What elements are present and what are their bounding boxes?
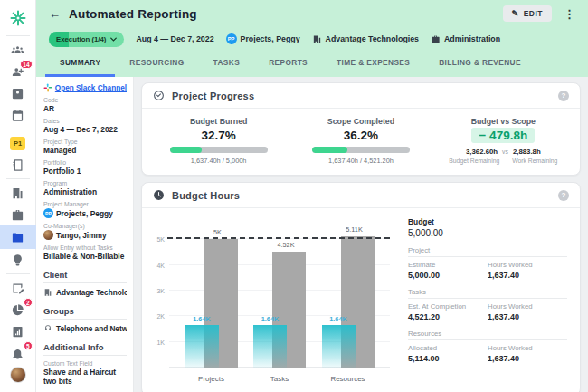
total-bar-label: 5K (198, 228, 238, 236)
tab-time-expenses[interactable]: TIME & EXPENSES (322, 51, 424, 77)
sidebar-item-notebook[interactable] (0, 154, 36, 176)
sidebar-item-companies[interactable] (0, 182, 36, 204)
sidebar-item-analytics[interactable] (0, 320, 36, 342)
sidebar-item-portfolio[interactable]: P1 (0, 132, 36, 154)
program-name: Administration (444, 34, 500, 43)
budget-chart-plot: 5K1.64KProjects4.52K1.64KTasks5.11K1.64K… (169, 226, 390, 368)
sidebar-item-timesheets[interactable] (0, 277, 36, 299)
budget-remaining-caption: Budget Remaining (449, 158, 499, 164)
progress-bar (312, 147, 410, 153)
open-slack-channel-link[interactable]: Open Slack Channel (55, 84, 127, 92)
progress-bar (170, 147, 268, 153)
field-co-managers: Co-Manager(s) Tango, Jimmy (43, 223, 127, 240)
help-icon[interactable]: ? (558, 91, 569, 101)
tab-tasks[interactable]: TASKS (199, 51, 255, 77)
sidebar-item-profile[interactable] (0, 364, 36, 386)
budget-chart: 5K1.64KProjects4.52K1.64KTasks5.11K1.64K… (147, 214, 394, 387)
stat-label: Allocated (408, 344, 488, 352)
tab-reports[interactable]: REPORTS (254, 51, 322, 77)
field-value: Projects, Peggy (56, 209, 113, 218)
stage-dropdown[interactable]: Execution (1/4) (49, 32, 124, 47)
hours-worked-bar-label: 1.64K (322, 315, 356, 323)
budget-burned-metric: Budget Burned 32.7% 1,637.40h / 5,000h (147, 117, 289, 165)
work-remaining-value: 2,883.8h (513, 148, 541, 156)
global-sidebar: 14 P1 2 (0, 0, 36, 392)
chart-category-label: Resources (322, 375, 375, 383)
bell-icon (11, 347, 24, 360)
stat-value: 1,637.40 (488, 354, 567, 363)
group-item[interactable]: Telephone and Network... (43, 324, 127, 333)
stats-section-title: Resources (408, 330, 567, 340)
contacts-badge: 14 (20, 60, 32, 69)
chart-ytick-label: 2K (147, 313, 165, 320)
budget-value: 5,000.00 (408, 228, 567, 238)
metric-detail: 1,637.40h / 5,000h (191, 157, 247, 165)
help-icon[interactable]: ? (558, 190, 569, 201)
tab-summary[interactable]: SUMMARY (45, 51, 115, 77)
field-label: Program (43, 180, 127, 186)
budget-hours-card: Budget Hours ? 5K1.64KProjects4.52K1.64K… (141, 182, 581, 392)
comparison-value: − 479.8h (471, 128, 535, 143)
more-menu-button[interactable]: ⋮ (560, 7, 579, 21)
field-dates: Dates Aug 4 — Dec 7, 2022 (43, 118, 127, 134)
hours-worked-bar (322, 325, 356, 368)
work-remaining-caption: Work Remaining (512, 158, 557, 164)
field-value: Aug 4 — Dec 7, 2022 (43, 125, 127, 134)
sidebar-item-insights[interactable] (0, 249, 36, 271)
section-title: Groups (43, 306, 127, 320)
field-project-type: Project Type Managed (43, 139, 127, 155)
field-label: Portfolio (43, 159, 127, 166)
field-label: Project Type (43, 139, 127, 145)
field-value: Managed (43, 146, 127, 155)
tab-resourcing[interactable]: RESOURCING (115, 51, 198, 77)
page-title: Automated Reporting (69, 7, 197, 21)
sidebar-item-team[interactable] (0, 39, 36, 61)
edit-button[interactable]: ✎ EDIT (503, 5, 552, 22)
budget-dashed-line (167, 237, 390, 239)
tab-billing-revenue[interactable]: BILLING & REVENUE (424, 51, 536, 77)
app-logo[interactable] (0, 4, 36, 33)
calendar-icon (11, 109, 24, 122)
sidebar-item-work[interactable] (0, 204, 36, 225)
stats-section-title: Project (408, 246, 567, 257)
field-allow-entry: Allow Entry without Tasks Billable & Non… (43, 244, 127, 261)
budget-label: Budget (408, 217, 567, 226)
rail-divider (6, 35, 30, 36)
total-bar-label: 4.52K (266, 241, 306, 249)
section-title: Additional Info (43, 342, 127, 356)
project-manager-chip[interactable]: PP Projects, Peggy (226, 33, 300, 44)
sidebar-item-notifications[interactable]: 5 (0, 342, 36, 364)
pie-chart-icon (11, 303, 24, 317)
stats-section-resources: Resources Allocated 5,114.00 Hours Worke… (408, 330, 567, 363)
building-icon (43, 288, 52, 297)
stat-label: Hours Worked (488, 344, 567, 352)
client-item[interactable]: Advantage Technologies (43, 288, 127, 297)
custom-field-value: Shave and a Haircut two bits (43, 368, 127, 386)
stat-value: 5,114.00 (408, 354, 488, 363)
field-label: Co-Manager(s) (43, 223, 127, 229)
headset-icon (43, 324, 52, 333)
sidebar-item-projects[interactable] (0, 225, 36, 249)
back-button[interactable]: ← (49, 8, 61, 20)
folder-icon (11, 231, 24, 244)
program-chip[interactable]: Administration (431, 34, 500, 44)
sidebar-item-clients[interactable] (0, 82, 36, 104)
vs-label: vs (502, 148, 508, 155)
co-manager-avatar (43, 230, 53, 240)
app-window: 14 P1 2 (0, 0, 588, 392)
sidebar-item-schedule[interactable] (0, 104, 36, 126)
sidebar-item-contacts[interactable]: 14 (0, 61, 36, 82)
person-card-icon (11, 87, 24, 100)
budget-stats-panel: Budget 5,000.00 Project Estimate 5,000.0… (394, 214, 571, 387)
field-program: Program Administration (43, 180, 127, 196)
building-icon (11, 186, 24, 200)
logo-icon (9, 9, 27, 27)
sidebar-item-reports[interactable]: 2 (0, 299, 36, 320)
client-chip[interactable]: Advantage Technologies (312, 34, 419, 44)
clock-icon (153, 189, 165, 201)
chart-bar-group: 5K1.64KProjects (185, 226, 238, 368)
notebook-icon (11, 158, 24, 172)
stat-label: Hours Worked (488, 302, 567, 311)
field-value: Portfolio 1 (43, 167, 127, 176)
stat-label: Estimate (408, 261, 488, 269)
